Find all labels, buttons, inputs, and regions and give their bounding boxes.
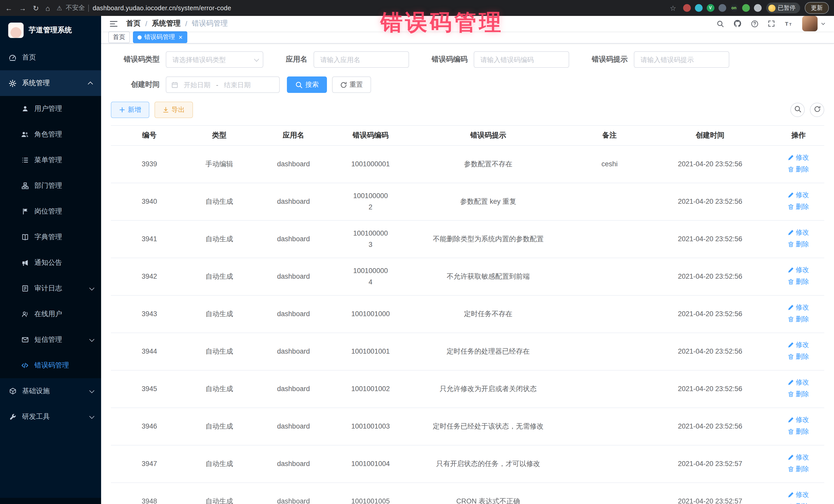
error-code-input[interactable] — [479, 55, 564, 64]
sidebar-item-audit-log[interactable]: 审计日志 — [0, 276, 101, 301]
cell-code: 1001000001 — [336, 146, 405, 183]
error-type-select-input[interactable] — [171, 55, 251, 64]
address-bar[interactable]: ⚠ 不安全 dashboard.yudao.iocoder.cn/system/… — [57, 4, 678, 12]
edit-link[interactable]: 修改 — [788, 415, 809, 425]
check-extension-icon[interactable]: V — [706, 4, 714, 12]
app-name-field[interactable] — [313, 51, 409, 68]
error-type-select[interactable] — [166, 51, 263, 68]
sidebar-item-system[interactable]: 系统管理 — [0, 70, 101, 96]
app-name-input[interactable] — [319, 55, 403, 64]
tab-close-icon[interactable]: × — [179, 34, 182, 41]
sidebar-item-error-code[interactable]: 错误码管理 — [0, 353, 101, 378]
font-size-icon[interactable]: TT — [784, 20, 793, 27]
tab-active-dot — [137, 35, 142, 39]
refresh-icon — [814, 105, 820, 114]
delete-link[interactable]: 删除 — [788, 389, 809, 400]
cell-id: 3947 — [111, 445, 188, 483]
sidebar-item-online-user[interactable]: 在线用户 — [0, 301, 101, 327]
sidebar-item-dev-tools[interactable]: 研发工具 — [0, 404, 101, 430]
sidebar-item-dict[interactable]: 字典管理 — [0, 224, 101, 250]
delete-link[interactable]: 删除 — [788, 464, 809, 475]
delete-link[interactable]: 删除 — [788, 277, 809, 287]
cell-remark — [572, 370, 648, 408]
search-icon[interactable] — [717, 20, 724, 27]
paused-badge[interactable]: 已暂停 — [766, 3, 800, 13]
tab-home[interactable]: 首页 — [108, 31, 130, 43]
security-label[interactable]: 不安全 — [66, 4, 85, 12]
on-badge-extension-icon[interactable]: on — [730, 4, 738, 12]
back-icon[interactable]: ← — [5, 4, 12, 12]
sidebar-item-dept[interactable]: 部门管理 — [0, 173, 101, 199]
delete-link-label: 删除 — [796, 426, 809, 437]
sidebar-item-notice[interactable]: 通知公告 — [0, 250, 101, 276]
error-hint-input[interactable] — [639, 55, 724, 64]
table-row: 3945自动生成dashboard1001001002只允许修改为开启或者关闭状… — [111, 370, 824, 408]
error-code-label: 错误码编码 — [432, 55, 467, 64]
hamburger-icon[interactable] — [109, 20, 118, 27]
sidebar-item-label: 部门管理 — [35, 181, 62, 191]
sidebar-item-role[interactable]: 角色管理 — [0, 122, 101, 147]
start-date-input[interactable] — [181, 80, 213, 89]
edit-link[interactable]: 修改 — [788, 190, 809, 201]
breadcrumb-item[interactable]: 系统管理 — [152, 19, 181, 28]
pin-extension-icon[interactable] — [754, 4, 761, 12]
app-logo[interactable]: 芋道管理系统 — [0, 16, 101, 45]
delete-link[interactable]: 删除 — [788, 239, 809, 250]
github-icon[interactable] — [733, 20, 742, 28]
search-button[interactable]: 搜索 — [287, 76, 327, 93]
delete-link-label: 删除 — [796, 464, 809, 475]
home-icon[interactable]: ⌂ — [45, 4, 50, 12]
sidebar-item-label: 研发工具 — [22, 412, 50, 421]
delete-link[interactable]: 删除 — [788, 202, 809, 213]
record-extension-icon[interactable] — [683, 4, 690, 12]
edit-link[interactable]: 修改 — [788, 227, 809, 238]
delete-link[interactable]: 删除 — [788, 501, 809, 504]
add-button[interactable]: 新增 — [111, 102, 149, 118]
sidebar-item-post[interactable]: 岗位管理 — [0, 199, 101, 224]
cell-created: 2021-04-20 23:52:56 — [647, 258, 773, 295]
error-code-field[interactable] — [474, 51, 569, 68]
table-row: 3941自动生成dashboard1001000003不能删除类型为系统内置的参… — [111, 220, 824, 258]
breadcrumb-item[interactable]: 首页 — [126, 19, 140, 28]
sidebar-item-infra[interactable]: 基础设施 — [0, 378, 101, 404]
edit-link[interactable]: 修改 — [788, 340, 809, 351]
edit-link[interactable]: 修改 — [788, 265, 809, 276]
reset-button[interactable]: 重置 — [332, 76, 371, 93]
edit-link[interactable]: 修改 — [788, 302, 809, 313]
bookmark-star-icon[interactable]: ☆ — [670, 4, 678, 12]
forward-icon[interactable]: → — [19, 4, 26, 12]
delete-link[interactable]: 删除 — [788, 314, 809, 325]
breadcrumb-item[interactable]: 错误码管理 — [192, 19, 228, 28]
sidebar-item-home[interactable]: 首页 — [0, 45, 101, 70]
delete-link[interactable]: 删除 — [788, 426, 809, 437]
refresh-icon[interactable]: ↻ — [33, 4, 39, 12]
people-extension-icon[interactable] — [718, 4, 726, 12]
edit-link[interactable]: 修改 — [788, 489, 809, 500]
leaf-extension-icon[interactable] — [742, 4, 750, 12]
edit-link[interactable]: 修改 — [788, 452, 809, 463]
error-hint-field[interactable] — [634, 51, 729, 68]
cell-app: dashboard — [251, 295, 336, 333]
update-button[interactable]: 更新 — [805, 2, 829, 14]
sidebar-item-menu[interactable]: 菜单管理 — [0, 147, 101, 173]
tab-error-code[interactable]: 错误码管理× — [133, 31, 187, 43]
delete-link[interactable]: 删除 — [788, 352, 809, 363]
user-menu[interactable] — [802, 16, 824, 31]
date-range-separator: - — [216, 81, 218, 89]
drop-extension-icon[interactable] — [695, 4, 702, 12]
fullscreen-icon[interactable] — [768, 20, 775, 27]
create-time-range[interactable]: - — [166, 76, 280, 93]
cell-app: dashboard — [251, 333, 336, 370]
edit-link[interactable]: 修改 — [788, 377, 809, 388]
edit-link[interactable]: 修改 — [788, 152, 809, 163]
refresh-table-button[interactable] — [810, 103, 824, 117]
export-button[interactable]: 导出 — [154, 102, 193, 118]
url-text[interactable]: dashboard.yudao.iocoder.cn/system/error-… — [93, 4, 231, 12]
toggle-search-button[interactable] — [790, 103, 805, 117]
question-icon[interactable] — [751, 20, 759, 27]
table-row: 3946自动生成dashboard1001001003定时任务已经处于该状态，无… — [111, 408, 824, 445]
sidebar-item-user[interactable]: 用户管理 — [0, 96, 101, 122]
sidebar-item-sms[interactable]: 短信管理 — [0, 327, 101, 353]
end-date-input[interactable] — [221, 80, 253, 89]
delete-link[interactable]: 删除 — [788, 164, 809, 175]
